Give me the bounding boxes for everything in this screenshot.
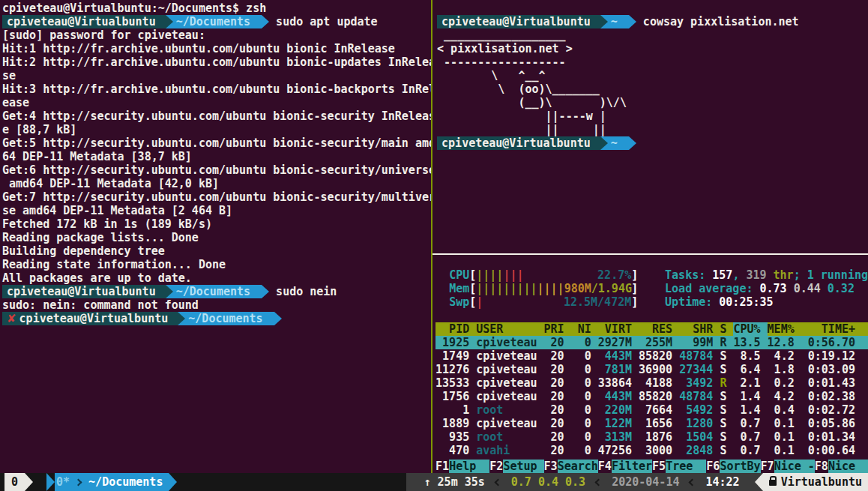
tmux-panes-area: cpiveteau@Virtualbuntu:~/Documents$ zshc… <box>0 0 868 473</box>
fkey-number[interactable]: F8 <box>815 460 828 473</box>
process-cell: 1925 <box>435 336 476 349</box>
process-cell: 85820 <box>639 390 679 403</box>
fkey-number[interactable]: F6 <box>706 460 720 473</box>
process-row[interactable]: 1925 cpiveteau 20 0 2927M 255M 99M R 13.… <box>435 336 868 349</box>
load-average: 0.7 0.4 0.3 <box>511 475 585 489</box>
fkey-label[interactable]: Filter <box>612 460 652 473</box>
shell-prompt-line: cpiveteau@Virtualbuntu ~/Documents sudo … <box>2 15 431 28</box>
pane-htop[interactable]: CPU[|||||||22.7%] Mem[|||||||||||||980M/… <box>433 255 868 473</box>
column-header[interactable]: S <box>720 322 733 336</box>
htop-meter-swp: Swp[|12.5M/472M] <box>435 295 639 309</box>
htop-stat-line-0: Tasks: 157, 319 thr; 1 running <box>665 268 868 282</box>
command-text: sudo apt update <box>269 15 378 28</box>
prompt-path-segment: ~ <box>600 15 629 28</box>
tmux-status-left: 0 0* ~/Documents <box>0 473 177 491</box>
process-row[interactable]: 935 root 20 0 313M 1876 1504 S 0.7 0.1 0… <box>435 430 868 444</box>
htop-stat-line-1: Load average: 0.73 0.44 0.32 <box>665 282 868 295</box>
process-cell: root <box>476 430 543 444</box>
process-row[interactable]: 11276 cpiveteau 20 0 781M 36900 27344 S … <box>435 363 868 376</box>
hostname-label: Virtualbuntu <box>781 473 862 491</box>
prompt-path-segment: ~/Documents <box>166 15 262 28</box>
fkey-label[interactable]: Search <box>558 460 598 473</box>
column-header[interactable]: PID <box>435 322 476 336</box>
process-cell: 20 <box>544 444 571 457</box>
shell-prompt-line: cpiveteau@Virtualbuntu ~ <box>437 136 868 150</box>
process-row[interactable]: 1749 cpiveteau 20 0 443M 85820 48784 S 8… <box>435 349 868 363</box>
fkey-number[interactable]: F1 <box>435 460 449 473</box>
process-cell: 47256 <box>598 444 639 457</box>
process-cell: S <box>720 417 733 430</box>
fkey-label[interactable]: Nice - <box>774 460 815 473</box>
terminal-line <box>437 1 868 15</box>
fkey-number[interactable]: F4 <box>598 460 612 473</box>
process-cell: 20 <box>544 417 571 430</box>
process-row[interactable]: 470 avahi 20 0 47256 3000 2848 S 0.7 0.1… <box>435 444 868 457</box>
meter-bar: |||||||22.7% <box>476 268 631 282</box>
process-cell: R <box>720 376 733 390</box>
process-cell: 0:02.38 <box>801 390 855 403</box>
process-cell: 0.7 <box>733 417 767 430</box>
process-cell: 13.5 <box>733 336 767 349</box>
fkey-number[interactable]: F3 <box>544 460 558 473</box>
shell-prompt-line: cpiveteau@Virtualbuntu ~/Documents sudo … <box>2 285 431 298</box>
process-cell: 6.4 <box>733 363 767 376</box>
uptime-value: 25m 35s <box>438 475 485 489</box>
process-cell: 48784 <box>679 349 720 363</box>
tmux-window-tab[interactable]: 0* ~/Documents <box>55 473 169 491</box>
pane-shell-left[interactable]: cpiveteau@Virtualbuntu:~/Documents$ zshc… <box>0 0 431 473</box>
process-cell: cpiveteau <box>476 390 543 403</box>
chevron-right-icon <box>75 478 82 486</box>
htop-stats: Tasks: 157, 319 thr; 1 runningLoad avera… <box>665 268 868 309</box>
column-header[interactable]: VIRT <box>598 322 639 336</box>
column-header[interactable]: SHR <box>679 322 720 336</box>
powerline-arrow-icon <box>178 312 185 325</box>
terminal-line: Fetched 172 kB in 1s (189 kB/s) <box>2 217 431 231</box>
column-header[interactable]: NI <box>571 322 598 336</box>
fkey-label[interactable]: Tree <box>666 460 706 473</box>
fkey-number[interactable]: F2 <box>489 460 503 473</box>
column-header[interactable]: USER <box>476 322 543 336</box>
process-row[interactable]: 13533 cpiveteau 20 0 33864 4188 3492 R 2… <box>435 376 868 390</box>
process-cell: 5492 <box>679 403 720 417</box>
tmux-status-bar: 0 0* ~/Documents ↑ 25m 35s 0.7 0.4 0.3 2… <box>0 473 868 491</box>
meter-value: 12.5M/472M <box>564 295 631 309</box>
pane-shell-top-right[interactable]: cpiveteau@Virtualbuntu ~ cowsay pixxlisa… <box>433 0 868 253</box>
process-cell: 20 <box>544 363 571 376</box>
clock-display: 14:22 <box>705 475 739 489</box>
process-cell: 4.2 <box>768 390 801 403</box>
column-header[interactable]: RES <box>639 322 679 336</box>
meter-value: 980M/1.94G <box>564 282 632 295</box>
meter-bar: |12.5M/472M <box>476 295 631 309</box>
fkey-number[interactable]: F7 <box>761 460 774 473</box>
chevron-left-icon <box>494 478 501 486</box>
powerline-arrow-icon <box>262 15 269 28</box>
column-header[interactable]: PRI <box>544 322 571 336</box>
powerline-arrow-icon <box>166 285 173 298</box>
chevron-left-icon <box>689 478 696 486</box>
column-header[interactable]: CPU% <box>733 322 767 336</box>
process-cell: 1 <box>435 403 476 417</box>
process-cell: 2.1 <box>733 376 767 390</box>
process-cell: 0.1 <box>768 417 801 430</box>
terminal-line: sudo: nein: command not found <box>2 298 431 312</box>
terminal-line: ||----w | <box>437 109 868 123</box>
column-header[interactable]: TIME+ <box>801 322 855 336</box>
fkey-label[interactable]: SortBy <box>720 460 760 473</box>
process-row[interactable]: 1889 cpiveteau 20 0 122M 1656 1280 S 0.7… <box>435 417 868 430</box>
process-row[interactable]: 1 root 20 0 220M 7664 5492 S 1.4 0.4 0:0… <box>435 403 868 417</box>
process-cell: 99M <box>679 336 720 349</box>
command-text: sudo nein <box>269 285 337 298</box>
process-row[interactable]: 1756 cpiveteau 20 0 443M 85820 48784 S 1… <box>435 390 868 403</box>
meter-label: Swp <box>449 295 469 309</box>
column-header[interactable]: MEM% <box>768 322 801 336</box>
fkey-number[interactable]: F5 <box>652 460 666 473</box>
process-cell: 20 <box>544 349 571 363</box>
fkey-label[interactable]: Setup <box>503 460 543 473</box>
terminal-line: cpiveteau@Virtualbuntu:~/Documents$ zsh <box>2 1 431 15</box>
htop-meters: CPU[|||||||22.7%] Mem[|||||||||||||980M/… <box>435 268 639 309</box>
shell-prompt-line: ✘cpiveteau@Virtualbuntu ~/Documents <box>2 312 431 325</box>
fkey-label[interactable]: Nice <box>828 460 868 473</box>
process-cell: S <box>720 403 733 417</box>
fkey-label[interactable]: Help <box>449 460 489 473</box>
meter-pipes: |||| <box>476 268 503 282</box>
